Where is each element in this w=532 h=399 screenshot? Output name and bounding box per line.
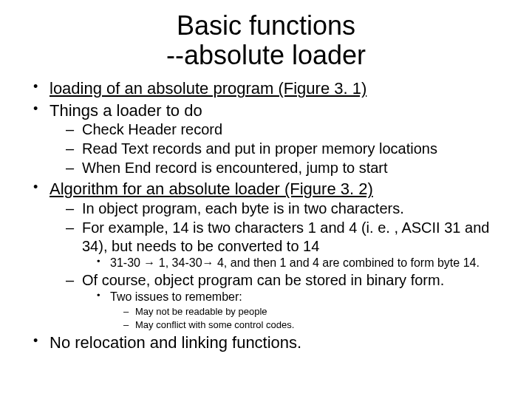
sub-check-header: Check Header record xyxy=(50,120,514,139)
sub-example-14-text: For example, 14 is two characters 1 and … xyxy=(82,219,489,254)
bullet-algorithm-text: Algorithm for an absolute loader (Figure… xyxy=(50,180,373,198)
binary-sublist: Two issues to remember: May not be reada… xyxy=(82,290,514,331)
title-line-1: Basic functions xyxy=(177,10,355,41)
slide: Basic functions --absolute loader loadin… xyxy=(0,0,532,399)
bullet-things-text: Things a loader to do xyxy=(50,101,202,120)
bullet-things: Things a loader to do Check Header recor… xyxy=(18,100,514,178)
algorithm-sublist: In object program, each byte is in two c… xyxy=(50,200,514,332)
bullet-algorithm: Algorithm for an absolute loader (Figure… xyxy=(18,179,514,331)
sub-binary-form-text: Of course, object program can be stored … xyxy=(82,272,444,288)
sub-example-14: For example, 14 is two characters 1 and … xyxy=(50,219,514,271)
bullet-no-relocation: No relocation and linking functions. xyxy=(18,332,514,353)
issues-sublist: May not be readable by people May confli… xyxy=(110,305,514,331)
sub-end-record: When End record is encountered, jump to … xyxy=(50,159,514,177)
title-line-2: --absolute loader xyxy=(166,40,366,70)
issue-conflict-codes: May conflict with some control codes. xyxy=(110,318,514,332)
sub-object-byte: In object program, each byte is in two c… xyxy=(50,200,514,218)
sub-two-issues-text: Two issues to remember: xyxy=(110,290,242,303)
sub-31-30: 31-30 → 1, 34-30→ 4, and then 1 and 4 ar… xyxy=(82,256,514,271)
sub-read-text: Read Text records and put in proper memo… xyxy=(50,140,514,158)
example-sublist: 31-30 → 1, 34-30→ 4, and then 1 and 4 ar… xyxy=(82,256,514,271)
slide-title: Basic functions --absolute loader xyxy=(18,11,514,69)
bullet-list: loading of an absolute program (Figure 3… xyxy=(18,78,514,353)
sub-binary-form: Of course, object program can be stored … xyxy=(50,271,514,331)
things-sublist: Check Header record Read Text records an… xyxy=(50,120,514,177)
sub-two-issues: Two issues to remember: May not be reada… xyxy=(82,290,514,331)
bullet-loading-text: loading of an absolute program (Figure 3… xyxy=(50,79,366,98)
bullet-loading: loading of an absolute program (Figure 3… xyxy=(18,78,514,99)
issue-not-readable: May not be readable by people xyxy=(110,305,514,318)
